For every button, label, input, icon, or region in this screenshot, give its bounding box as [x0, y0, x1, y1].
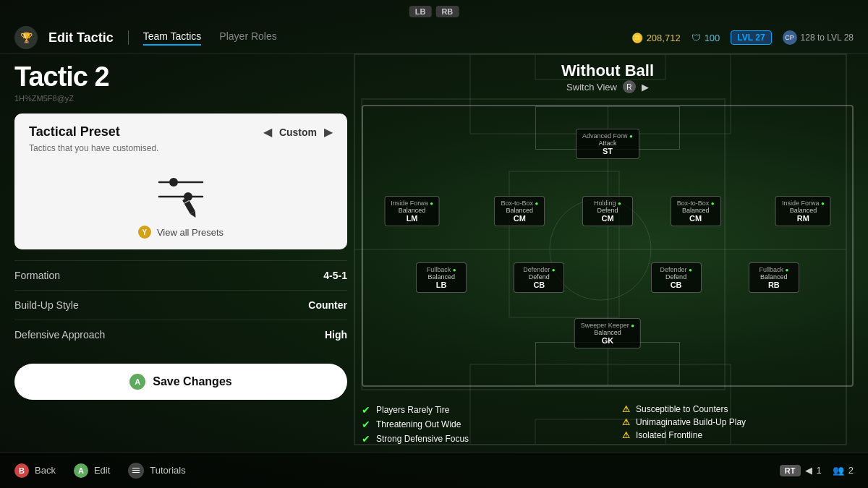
header-nav: Team Tactics Player Roles — [143, 30, 631, 46]
pro-text-3: Strong Defensive Focus — [376, 434, 469, 444]
stat-row-defensive: Defensive Approach High — [14, 320, 347, 349]
pitch-field: Advanced Forw ● Attack ST Inside Forwa ●… — [362, 105, 854, 387]
shield-icon: 🛡 — [692, 33, 701, 43]
pro-item-2: ✔ Threatening Out Wide — [362, 419, 593, 430]
preset-card: Tactical Preset ◀ Custom ▶ Tactics that … — [14, 114, 347, 249]
player-card-gk[interactable]: Sweeper Keeper ● Balanced GK — [574, 318, 641, 348]
rt-squad-info: RT ◀ 1 — [780, 465, 822, 476]
view-all-label: View all Presets — [157, 227, 224, 238]
buildup-label: Build-Up Style — [14, 299, 79, 311]
xp-display: CP 128 to LVL 28 — [783, 30, 854, 45]
svg-point-8 — [169, 178, 178, 187]
defensive-label: Defensive Approach — [14, 329, 105, 341]
pitch-view-title: Without Ball — [347, 61, 868, 80]
preset-prev-button[interactable]: ◀ — [263, 125, 272, 139]
b-button-icon: B — [14, 463, 29, 478]
preset-icon-area — [29, 164, 333, 222]
player-card-st[interactable]: Advanced Forw ● Attack ST — [576, 129, 639, 159]
menu-icon — [128, 463, 144, 479]
player-card-cm1[interactable]: Box-to-Box ● Balanced CM — [494, 196, 545, 226]
view-all-presets-button[interactable]: Y View all Presets — [29, 226, 333, 239]
check-icon-3: ✔ — [362, 433, 370, 445]
pro-item-3: ✔ Strong Defensive Focus — [362, 433, 593, 445]
con-text-1: Susceptible to Counters — [636, 404, 728, 414]
tab-team-tactics[interactable]: Team Tactics — [143, 30, 202, 46]
pros-cons-section: ✔ Players Rarely Tire ✔ Threatening Out … — [362, 404, 854, 445]
page-title: Edit Tactic — [48, 30, 114, 46]
preset-current-name: Custom — [279, 127, 317, 138]
player-count-info: 👥 2 — [833, 465, 854, 476]
warn-icon-1: ⚠ — [622, 404, 630, 414]
player-count: 2 — [848, 465, 854, 476]
controller-buttons: LB RB — [409, 6, 459, 17]
pros-list: ✔ Players Rarely Tire ✔ Threatening Out … — [362, 404, 593, 445]
save-label: Save Changes — [153, 375, 231, 388]
preset-next-button[interactable]: ▶ — [324, 125, 333, 139]
check-icon-1: ✔ — [362, 404, 370, 416]
preset-title: Tactical Preset — [29, 124, 120, 140]
stat-row-formation: Formation 4-5-1 — [14, 260, 347, 290]
edit-button[interactable]: A Edit — [74, 463, 110, 478]
back-button[interactable]: B Back — [14, 463, 56, 478]
stat-row-buildup: Build-Up Style Counter — [14, 290, 347, 320]
main-content: Without Ball Switch View R ▶ Advanced Fo… — [347, 54, 868, 452]
lb-button[interactable]: LB — [409, 6, 432, 17]
back-label: Back — [35, 465, 56, 476]
squad-count: 1 — [817, 465, 822, 476]
a-button-icon: A — [74, 463, 88, 478]
rt-button: RT — [780, 465, 801, 476]
player-card-cb1[interactable]: Defender ● Defend CB — [514, 262, 564, 293]
header: 🏆 Edit Tactic Team Tactics Player Roles … — [0, 22, 868, 54]
squad-icon: ◀ — [805, 465, 812, 476]
r-button: R — [623, 80, 636, 93]
preset-nav: ◀ Custom ▶ — [263, 125, 333, 139]
formation-value: 4-5-1 — [323, 270, 347, 281]
currency-value: 208,712 — [647, 33, 681, 43]
header-right: 🪙 208,712 🛡 100 LVL 27 CP 128 to LVL 28 — [631, 30, 854, 45]
buildup-value: Counter — [308, 299, 347, 311]
pro-text-1: Players Rarely Tire — [376, 405, 449, 415]
tactic-code: 1H%ZM5F8@yZ — [14, 94, 347, 103]
tactic-name: Tactic 2 — [14, 61, 347, 93]
switch-view-control[interactable]: Switch View R ▶ — [347, 80, 868, 93]
xp-value: 128 to LVL 28 — [801, 33, 854, 43]
player-card-rb[interactable]: Fullback ● Balanced RB — [749, 262, 799, 293]
y-button: Y — [138, 226, 151, 239]
preset-description: Tactics that you have customised. — [29, 143, 333, 153]
warn-icon-2: ⚠ — [622, 417, 630, 427]
warn-icon-3: ⚠ — [622, 430, 630, 440]
formation-label: Formation — [14, 270, 60, 281]
cons-list: ⚠ Susceptible to Counters ⚠ Unimaginativ… — [622, 404, 854, 445]
save-changes-button[interactable]: A Save Changes — [14, 364, 347, 400]
currency-display: 🪙 208,712 — [631, 33, 681, 43]
stats-section: Formation 4-5-1 Build-Up Style Counter D… — [14, 260, 347, 349]
con-item-3: ⚠ Isolated Frontline — [622, 430, 854, 440]
pro-item-1: ✔ Players Rarely Tire — [362, 404, 593, 416]
player-card-cb2[interactable]: Defender ● Defend CB — [651, 262, 702, 293]
con-item-2: ⚠ Unimaginative Build-Up Play — [622, 417, 854, 427]
pro-text-2: Threatening Out Wide — [376, 419, 461, 429]
left-panel: Tactic 2 1H%ZM5F8@yZ Tactical Preset ◀ C… — [14, 61, 347, 400]
header-divider — [128, 30, 129, 45]
con-text-2: Unimaginative Build-Up Play — [636, 417, 746, 427]
player-card-lm[interactable]: Inside Forwa ● Balanced LM — [384, 196, 440, 226]
con-text-3: Isolated Frontline — [636, 430, 702, 440]
coin-icon: 🪙 — [631, 33, 643, 43]
player-card-cm3[interactable]: Box-to-Box ● Balanced CM — [671, 196, 721, 226]
bottom-right: RT ◀ 1 👥 2 — [780, 465, 854, 476]
tactics-icon — [152, 168, 210, 218]
check-icon-2: ✔ — [362, 419, 370, 430]
player-card-rm[interactable]: Inside Forwa ● Balanced RM — [775, 196, 831, 226]
tab-player-roles[interactable]: Player Roles — [219, 30, 276, 46]
edit-label: Edit — [94, 465, 110, 476]
con-item-1: ⚠ Susceptible to Counters — [622, 404, 854, 414]
rb-button[interactable]: RB — [435, 6, 459, 17]
shield-display: 🛡 100 — [692, 33, 720, 43]
defensive-value: High — [325, 329, 347, 341]
tutorials-button[interactable]: Tutorials — [128, 463, 185, 479]
player-card-cm2[interactable]: Holding ● Defend CM — [582, 196, 633, 226]
player-card-lb[interactable]: Fullback ● Balanced LB — [416, 262, 467, 293]
players-icon: 👥 — [833, 465, 844, 476]
preset-header: Tactical Preset ◀ Custom ▶ — [29, 124, 333, 140]
pitch-title-section: Without Ball Switch View R ▶ — [347, 61, 868, 93]
